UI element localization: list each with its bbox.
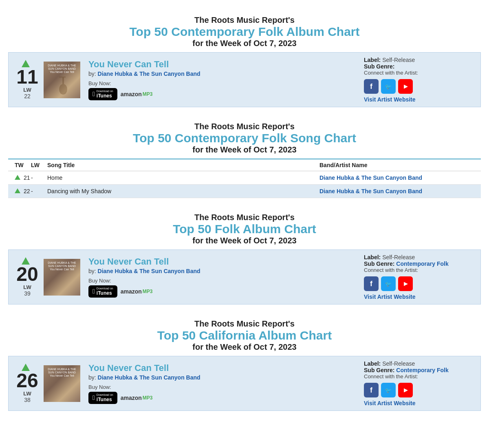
album-card-3: 26 LW 38 DIANE HUBKA & THE SUN CANYON BA… bbox=[8, 356, 481, 411]
facebook-icon-1[interactable]: f bbox=[364, 79, 379, 94]
buy-buttons-1:  Download on iTunes amazon MP3 bbox=[88, 88, 356, 100]
report-name-4: The Roots Music Report's bbox=[8, 319, 481, 329]
itunes-label-2: iTunes bbox=[97, 290, 113, 296]
album-info-3: You Never Can Tell by: Diane Hubka & The… bbox=[84, 363, 356, 404]
rank-block-2: 20 LW 39 bbox=[15, 257, 40, 297]
album-by-1: by: Diane Hubka & The Sun Canyon Band bbox=[88, 71, 356, 77]
rank-number-3: 26 bbox=[16, 371, 38, 391]
subgenre-label-3: Sub Genre: bbox=[364, 367, 394, 373]
buy-now-label-2: Buy Now: bbox=[88, 278, 356, 284]
week-label-1: for the Week of Oct 7, 2023 bbox=[8, 39, 481, 48]
itunes-label-3: iTunes bbox=[97, 397, 113, 402]
amazon-mp3-1[interactable]: amazon MP3 bbox=[121, 91, 153, 97]
subgenre-line-2: Sub Genre: Contemporary Folk bbox=[364, 260, 474, 267]
social-icons-1: f 🐦 ▶ bbox=[364, 79, 474, 94]
chart-title-4: Top 50 California Album Chart bbox=[8, 329, 481, 342]
rank-lw-number-3: 38 bbox=[24, 397, 31, 403]
amazon-text-2: amazon bbox=[121, 288, 142, 295]
visit-website-1[interactable]: Visit Artist Website bbox=[364, 96, 416, 103]
week-label-2: for the Week of Oct 7, 2023 bbox=[8, 145, 481, 154]
amazon-mp3-2[interactable]: amazon MP3 bbox=[121, 288, 153, 295]
rank-lw-label-3: LW bbox=[23, 391, 31, 397]
album-art-1: DIANE HUBKA & THE SUN CANYON BANDYou Nev… bbox=[44, 62, 80, 98]
label-value-2: Self-Release bbox=[382, 254, 415, 260]
label-line-1: Label: Self-Release bbox=[364, 57, 474, 63]
song-tw-1: 21 bbox=[15, 174, 31, 181]
social-icons-3: f 🐦 ▶ bbox=[364, 383, 474, 397]
artist-link-1[interactable]: Diane Hubka & The Sun Canyon Band bbox=[98, 71, 200, 77]
apple-icon-1:  bbox=[93, 90, 95, 98]
song-tw-2: 22 bbox=[15, 188, 31, 194]
facebook-icon-3[interactable]: f bbox=[364, 383, 379, 397]
youtube-icon-2[interactable]: ▶ bbox=[398, 276, 413, 291]
itunes-label-1: iTunes bbox=[97, 93, 113, 99]
label-line-3: Label: Self-Release bbox=[364, 360, 474, 367]
album-card-2: 20 LW 39 DIANE HUBKA & THE SUN CANYON BA… bbox=[8, 249, 481, 305]
up-arrow-song-2 bbox=[15, 188, 20, 193]
album-art-text-2: DIANE HUBKA & THE SUN CANYON BANDYou Nev… bbox=[44, 260, 79, 272]
album-meta-2: Label: Self-Release Sub Genre: Contempor… bbox=[360, 254, 474, 300]
song-lw-1: - bbox=[31, 174, 47, 181]
song-artist-link-2[interactable]: Diane Hubka & The Sun Canyon Band bbox=[319, 188, 422, 194]
album-art-3: DIANE HUBKA & THE SUN CANYON BANDYou Nev… bbox=[44, 365, 80, 402]
facebook-icon-2[interactable]: f bbox=[364, 276, 379, 291]
youtube-icon-1[interactable]: ▶ bbox=[398, 79, 413, 94]
rank-lw-number-2: 39 bbox=[24, 290, 31, 297]
artist-link-3[interactable]: Diane Hubka & The Sun Canyon Band bbox=[98, 374, 200, 381]
twitter-icon-2[interactable]: 🐦 bbox=[381, 276, 396, 291]
rank-lw-block-1: LW 22 bbox=[23, 87, 31, 99]
buy-buttons-2:  Download on iTunes amazon MP3 bbox=[88, 285, 356, 298]
col-tw-header: TW bbox=[15, 162, 31, 168]
itunes-button-3[interactable]:  Download on iTunes bbox=[88, 392, 117, 404]
section-header-contemporary-folk-album: The Roots Music Report's Top 50 Contempo… bbox=[8, 8, 481, 52]
amazon-mp3-3[interactable]: amazon MP3 bbox=[121, 395, 153, 401]
song-title-2: Dancing with My Shadow bbox=[47, 188, 319, 194]
twitter-icon-3[interactable]: 🐦 bbox=[381, 383, 396, 397]
section-header-california-album: The Roots Music Report's Top 50 Californ… bbox=[8, 312, 481, 356]
itunes-download-text-2: Download on bbox=[97, 287, 113, 290]
amazon-mp3-text-1: MP3 bbox=[143, 91, 153, 97]
col-artist-header: Band/Artist Name bbox=[319, 162, 474, 168]
visit-website-2[interactable]: Visit Artist Website bbox=[364, 294, 416, 300]
svg-rect-1 bbox=[62, 77, 64, 89]
album-title-link-1[interactable]: You Never Can Tell bbox=[88, 59, 169, 69]
subgenre-line-1: Sub Genre: bbox=[364, 63, 474, 70]
itunes-download-text-3: Download on bbox=[97, 393, 113, 397]
subgenre-label-2: Sub Genre: bbox=[364, 260, 394, 267]
album-title-link-3[interactable]: You Never Can Tell bbox=[88, 363, 169, 373]
rank-lw-label-2: LW bbox=[23, 284, 31, 290]
album-art-text-3: DIANE HUBKA & THE SUN CANYON BANDYou Nev… bbox=[44, 367, 79, 379]
amazon-text-1: amazon bbox=[121, 91, 142, 97]
song-artist-2: Diane Hubka & The Sun Canyon Band bbox=[319, 188, 474, 194]
album-art-2: DIANE HUBKA & THE SUN CANYON BANDYou Nev… bbox=[44, 259, 80, 296]
song-artist-1: Diane Hubka & The Sun Canyon Band bbox=[319, 174, 474, 181]
visit-website-3[interactable]: Visit Artist Website bbox=[364, 400, 416, 406]
subgenre-label-1: Sub Genre: bbox=[364, 63, 394, 70]
itunes-button-2[interactable]:  Download on iTunes bbox=[88, 285, 117, 298]
week-label-3: for the Week of Oct 7, 2023 bbox=[8, 236, 481, 245]
itunes-button-1[interactable]:  Download on iTunes bbox=[88, 88, 117, 100]
connect-text-1: Connect with the Artist: bbox=[364, 70, 474, 76]
subgenre-link-2[interactable]: Contemporary Folk bbox=[396, 260, 448, 267]
subgenre-link-3[interactable]: Contemporary Folk bbox=[396, 367, 448, 373]
rank-lw-number-1: 22 bbox=[24, 93, 31, 99]
report-name-3: The Roots Music Report's bbox=[8, 213, 481, 222]
album-by-2: by: Diane Hubka & The Sun Canyon Band bbox=[88, 268, 356, 274]
rank-lw-block-2: LW 39 bbox=[23, 284, 31, 297]
itunes-download-text-1: Download on bbox=[97, 90, 113, 93]
col-title-header: Song Title bbox=[47, 162, 319, 168]
album-title-link-2[interactable]: You Never Can Tell bbox=[88, 256, 169, 267]
rank-block-3: 26 LW 38 bbox=[15, 364, 40, 403]
song-chart-header: TW LW Song Title Band/Artist Name bbox=[8, 159, 481, 171]
artist-link-2[interactable]: Diane Hubka & The Sun Canyon Band bbox=[98, 268, 200, 274]
song-artist-link-1[interactable]: Diane Hubka & The Sun Canyon Band bbox=[319, 174, 422, 181]
amazon-text-3: amazon bbox=[121, 395, 142, 401]
song-chart-wrapper: TW LW Song Title Band/Artist Name 21 - H… bbox=[8, 159, 481, 198]
rank-lw-block-3: LW 38 bbox=[23, 391, 31, 403]
connect-text-3: Connect with the Artist: bbox=[364, 373, 474, 380]
apple-icon-2:  bbox=[93, 288, 95, 295]
rank-lw-label-1: LW bbox=[23, 87, 31, 93]
twitter-icon-1[interactable]: 🐦 bbox=[381, 79, 396, 94]
report-name-2: The Roots Music Report's bbox=[8, 122, 481, 131]
youtube-icon-3[interactable]: ▶ bbox=[398, 383, 413, 397]
